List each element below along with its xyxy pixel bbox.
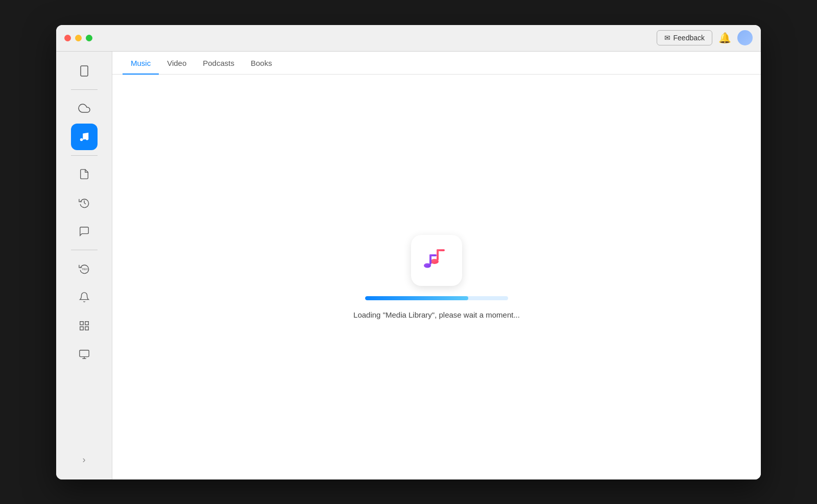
notifications-icon bbox=[79, 292, 90, 303]
svg-point-3 bbox=[85, 137, 88, 140]
svg-rect-5 bbox=[80, 321, 83, 324]
feedback-label: Feedback bbox=[674, 34, 705, 42]
svg-point-2 bbox=[80, 138, 83, 141]
music-icon bbox=[79, 131, 90, 142]
avatar-button[interactable] bbox=[737, 30, 753, 45]
tab-video[interactable]: Video bbox=[159, 52, 195, 75]
app-window: ✉ Feedback 🔔 bbox=[56, 25, 761, 479]
device-icon bbox=[78, 65, 90, 77]
svg-text:HEIC: HEIC bbox=[82, 267, 88, 270]
sidebar-item-appstore[interactable] bbox=[71, 313, 98, 339]
sidebar-item-notifications[interactable] bbox=[71, 284, 98, 310]
sidebar-expand-button[interactable]: › bbox=[71, 451, 98, 469]
main-content: Music Video Podcasts Books bbox=[112, 52, 761, 479]
messages-icon bbox=[79, 226, 90, 237]
window-controls bbox=[64, 35, 92, 41]
sidebar-divider-1 bbox=[71, 89, 98, 90]
heic-icon: HEIC bbox=[79, 263, 90, 274]
appstore-icon bbox=[79, 320, 90, 331]
svg-rect-6 bbox=[85, 321, 88, 324]
sidebar: HEIC bbox=[56, 52, 112, 479]
cloud-icon bbox=[78, 102, 90, 114]
tab-books[interactable]: Books bbox=[243, 52, 280, 75]
titlebar: ✉ Feedback 🔔 bbox=[56, 25, 761, 52]
music-note-icon bbox=[421, 245, 452, 276]
feedback-button[interactable]: ✉ Feedback bbox=[657, 30, 712, 45]
music-app-icon bbox=[411, 235, 462, 286]
sidebar-divider-3 bbox=[71, 250, 98, 250]
svg-rect-9 bbox=[79, 350, 88, 356]
sidebar-item-cloud[interactable] bbox=[71, 95, 98, 122]
loading-message: Loading "Media Library", please wait a m… bbox=[353, 310, 520, 319]
svg-rect-16 bbox=[429, 254, 437, 256]
tab-music[interactable]: Music bbox=[123, 52, 159, 75]
progress-bar-fill bbox=[365, 296, 468, 300]
svg-rect-13 bbox=[437, 249, 445, 251]
svg-rect-7 bbox=[80, 326, 83, 329]
file-icon bbox=[79, 169, 90, 180]
svg-rect-0 bbox=[81, 66, 88, 76]
mail-icon: ✉ bbox=[664, 34, 670, 42]
svg-point-17 bbox=[424, 263, 431, 268]
sidebar-item-music[interactable] bbox=[71, 124, 98, 150]
close-button[interactable] bbox=[64, 35, 71, 41]
app-body: HEIC bbox=[56, 52, 761, 479]
screen-icon bbox=[79, 349, 90, 360]
sidebar-item-file[interactable] bbox=[71, 161, 98, 187]
sidebar-item-heic[interactable]: HEIC bbox=[71, 255, 98, 282]
tabs-bar: Music Video Podcasts Books bbox=[112, 52, 761, 75]
chevron-right-icon: › bbox=[83, 454, 86, 465]
history-icon bbox=[79, 197, 90, 208]
sidebar-item-screen[interactable] bbox=[71, 341, 98, 368]
sidebar-item-device[interactable] bbox=[71, 58, 98, 84]
sidebar-item-messages[interactable] bbox=[71, 218, 98, 245]
sidebar-divider-2 bbox=[71, 155, 98, 156]
minimize-button[interactable] bbox=[75, 35, 82, 41]
svg-rect-8 bbox=[85, 326, 88, 329]
notifications-button[interactable]: 🔔 bbox=[718, 32, 731, 44]
svg-point-14 bbox=[430, 259, 439, 264]
maximize-button[interactable] bbox=[86, 35, 92, 41]
sidebar-item-history[interactable] bbox=[71, 189, 98, 216]
bell-icon: 🔔 bbox=[718, 32, 731, 44]
titlebar-actions: ✉ Feedback 🔔 bbox=[657, 30, 753, 45]
loading-progress-bar bbox=[365, 296, 508, 300]
loading-area: Loading "Media Library", please wait a m… bbox=[112, 75, 761, 479]
tab-podcasts[interactable]: Podcasts bbox=[195, 52, 243, 75]
